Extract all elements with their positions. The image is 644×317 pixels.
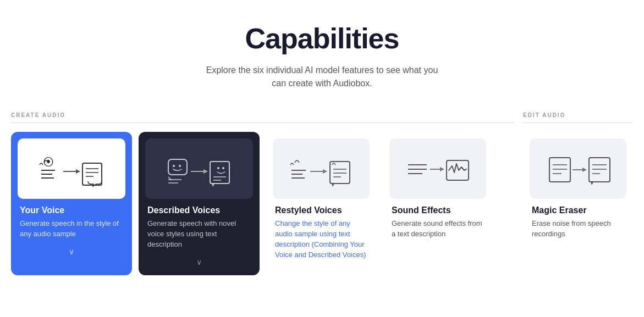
svg-rect-28 (330, 162, 350, 183)
edit-audio-label: EDIT AUDIO (523, 112, 633, 118)
restyled-voices-icon-area (273, 138, 370, 199)
svg-point-19 (217, 167, 219, 169)
restyled-voices-content: Restyled Voices Change the style of any … (273, 199, 370, 264)
described-voices-description: Generate speech with novel voice styles … (147, 219, 251, 250)
edit-audio-section: EDIT AUDIO (514, 112, 633, 275)
page-title: Capabilities (11, 22, 633, 55)
card-sound-effects[interactable]: Sound Effects Generate sound effects fro… (383, 132, 493, 275)
sound-effects-icon (405, 149, 471, 188)
svg-marker-36 (440, 167, 444, 171)
described-voices-title: Described Voices (147, 205, 251, 215)
card-magic-eraser[interactable]: Magic Eraser Erase noise from speech rec… (523, 132, 633, 251)
sound-effects-description: Generate sound effects from a text descr… (392, 219, 484, 240)
sound-effects-icon-area (389, 138, 486, 199)
sound-effects-content: Sound Effects Generate sound effects fro… (389, 199, 486, 244)
svg-point-11 (173, 165, 175, 167)
magic-eraser-icon (545, 149, 611, 188)
magic-eraser-icon-area (530, 138, 626, 199)
card-restyled-voices[interactable]: Restyled Voices Change the style of any … (266, 132, 376, 275)
restyled-voices-description: Change the style of any audio sample usi… (275, 219, 367, 260)
your-voice-content: Your Voice Generate speech in the style … (18, 199, 125, 244)
described-voices-content: Described Voices Generate speech with no… (145, 199, 253, 254)
svg-marker-43 (582, 168, 587, 172)
restyled-voices-icon (288, 149, 354, 188)
described-voices-icon-area (145, 138, 253, 199)
restyled-voices-title: Restyled Voices (275, 205, 367, 215)
svg-rect-10 (168, 159, 187, 175)
sections-wrapper: CREATE AUDIO ⦿ (11, 112, 633, 275)
edit-audio-cards: Magic Eraser Erase noise from speech rec… (523, 132, 633, 251)
your-voice-icon: ⦿ (38, 149, 104, 188)
your-voice-icon-area: ⦿ (18, 138, 125, 199)
magic-eraser-title: Magic Eraser (532, 205, 624, 215)
svg-rect-6 (82, 163, 102, 185)
page-subtitle: Explore the six individual AI model feat… (11, 64, 633, 90)
described-voices-chevron[interactable]: ∨ (145, 254, 253, 269)
svg-marker-27 (323, 169, 327, 174)
your-voice-chevron[interactable]: ∨ (18, 244, 125, 258)
card-your-voice[interactable]: ⦿ (11, 132, 132, 275)
your-voice-description: Generate speech in the style of any audi… (20, 219, 123, 240)
edit-audio-label-block: EDIT AUDIO (523, 112, 633, 123)
described-voices-icon (166, 149, 232, 188)
create-audio-label: CREATE AUDIO (11, 112, 514, 118)
svg-point-12 (179, 165, 181, 167)
page-wrapper: Capabilities Explore the six individual … (0, 0, 644, 286)
create-audio-label-block: CREATE AUDIO (11, 112, 514, 123)
svg-marker-5 (76, 169, 80, 174)
header-section: Capabilities Explore the six individual … (11, 22, 633, 90)
sound-effects-title: Sound Effects (392, 205, 484, 215)
magic-eraser-description: Erase noise from speech recordings (532, 219, 624, 240)
create-audio-divider (11, 123, 514, 123)
create-audio-section: CREATE AUDIO ⦿ (11, 112, 514, 275)
svg-rect-38 (549, 158, 570, 182)
svg-point-20 (222, 167, 224, 169)
svg-marker-17 (203, 169, 208, 174)
edit-audio-divider (523, 123, 633, 123)
card-described-voices[interactable]: Described Voices Generate speech with no… (139, 132, 260, 275)
magic-eraser-content: Magic Eraser Erase noise from speech rec… (530, 199, 626, 244)
svg-rect-44 (589, 158, 610, 182)
your-voice-title: Your Voice (20, 205, 123, 215)
create-audio-cards: ⦿ (11, 132, 514, 275)
